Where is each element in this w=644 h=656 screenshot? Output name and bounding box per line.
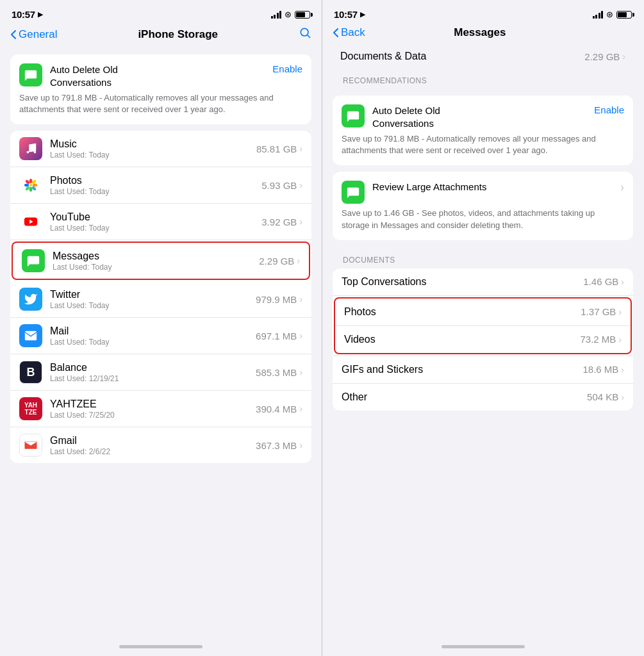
right-rec-card-1: Auto Delete OldConversations Enable Save…: [333, 95, 633, 165]
left-rec-title-row: Auto Delete OldConversations Enable: [50, 63, 302, 88]
left-chevron-left-icon: [10, 29, 17, 40]
right-rec1-enable-button[interactable]: Enable: [594, 104, 624, 115]
music-sub: Last Used: Today: [50, 151, 249, 160]
gmail-size: 367.3 MB: [256, 440, 297, 451]
right-chevron-left-icon: [333, 28, 339, 38]
left-rec-enable-button[interactable]: Enable: [272, 63, 302, 74]
doc-other-info: Other: [342, 391, 579, 403]
left-wifi-icon: ⊛: [285, 10, 292, 19]
left-home-indicator: [0, 637, 322, 656]
left-rec-title: Auto Delete OldConversations: [50, 63, 118, 88]
youtube-app-icon: [19, 210, 42, 233]
docs-data-row[interactable]: Documents & Data 2.29 GB ›: [340, 51, 625, 62]
list-item-mail[interactable]: Mail Last Used: Today 697.1 MB ›: [10, 318, 311, 354]
doc-photos[interactable]: Photos 1.37 GB ›: [335, 299, 631, 326]
youtube-info: YouTube Last Used: Today: [50, 211, 254, 233]
list-item-balance[interactable]: B Balance Last Used: 12/19/21 585.3 MB ›: [10, 354, 311, 391]
right-messages-bubble2-icon: [346, 185, 360, 199]
right-rec2-title-row: Review Large Attachments ›: [372, 181, 624, 194]
music-size: 85.81 GB: [256, 144, 297, 154]
list-item-music[interactable]: Music Last Used: Today 85.81 GB ›: [10, 131, 311, 167]
doc-gifs-name: GIFs and Stickers: [342, 364, 575, 375]
mail-name: Mail: [50, 325, 248, 337]
docs-data-label: Documents & Data: [340, 51, 426, 62]
documents-label: DOCUMENTS: [322, 247, 643, 268]
gmail-letter-icon: [24, 438, 38, 452]
top-conv-info: Top Conversations: [342, 276, 575, 288]
doc-videos[interactable]: Videos 73.2 MB ›: [335, 326, 631, 353]
balance-size: 585.3 MB: [256, 367, 297, 378]
right-time: 10:57: [334, 9, 358, 20]
list-item-twitter[interactable]: Twitter Last Used: Today 979.9 MB ›: [10, 281, 311, 318]
top-conv-size: 1.46 GB: [583, 276, 618, 287]
right-back-button[interactable]: Back: [333, 26, 365, 39]
right-rec2-icon: [342, 181, 365, 204]
list-item-gmail[interactable]: Gmail Last Used: 2/6/22 367.3 MB ›: [10, 427, 311, 463]
svg-point-2: [29, 179, 33, 183]
left-rec-messages-icon: [19, 63, 42, 86]
music-note-icon: [24, 142, 38, 156]
left-home-bar: [119, 645, 202, 648]
top-conv-chevron-icon: ›: [621, 277, 624, 287]
svg-point-3: [29, 187, 33, 192]
right-rec2-text: Review Large Attachments ›: [372, 181, 624, 194]
mail-chevron-icon: ›: [299, 331, 302, 341]
doc-gifs-size: 18.6 MB: [582, 364, 618, 375]
mail-app-icon: [19, 324, 42, 347]
twitter-sub: Last Used: Today: [50, 301, 248, 310]
docs-data-chevron-icon: ›: [622, 51, 625, 62]
docs-data-right: 2.29 GB ›: [584, 51, 625, 62]
left-panel: 10:57 ▶ ⊛ General iPhone Storage: [0, 0, 322, 656]
right-home-indicator: [322, 637, 643, 656]
doc-videos-info: Videos: [344, 334, 572, 345]
doc-gifs-right: 18.6 MB ›: [582, 364, 624, 375]
right-status-icons: ⊛: [593, 10, 632, 19]
right-rec2-chevron-icon: ›: [620, 181, 624, 194]
right-rec2-header: Review Large Attachments ›: [342, 181, 624, 204]
list-item-messages[interactable]: Messages Last Used: Today 2.29 GB ›: [12, 242, 310, 280]
messages-chevron-icon: ›: [297, 256, 300, 266]
doc-other[interactable]: Other 504 KB ›: [333, 384, 633, 411]
balance-letter-icon: B: [27, 366, 35, 379]
twitter-bird-icon: [24, 292, 38, 306]
docs-data-size: 2.29 GB: [584, 51, 620, 62]
messages-right: 2.29 GB ›: [259, 256, 300, 266]
right-rec1-desc: Save up to 791.8 MB - Automatically remo…: [342, 133, 624, 156]
twitter-app-icon: [19, 288, 42, 311]
right-rec2-desc: Save up to 1.46 GB - See photos, videos,…: [342, 208, 624, 231]
left-battery-icon: [295, 11, 310, 19]
doc-other-name: Other: [342, 391, 579, 403]
twitter-chevron-icon: ›: [299, 294, 302, 304]
balance-sub: Last Used: 12/19/21: [50, 374, 248, 383]
left-back-button[interactable]: General: [10, 28, 57, 41]
yahtzee-size: 390.4 MB: [256, 404, 297, 414]
left-rec-card: Auto Delete OldConversations Enable Save…: [10, 54, 311, 124]
music-info: Music Last Used: Today: [50, 138, 249, 160]
doc-photos-size: 1.37 GB: [581, 306, 616, 317]
messages-info: Messages Last Used: Today: [53, 250, 251, 272]
music-right: 85.81 GB ›: [256, 144, 302, 154]
photos-chevron-icon: ›: [299, 180, 302, 190]
yahtzee-info: YAHTZEE Last Used: 7/25/20: [50, 398, 248, 420]
gmail-chevron-icon: ›: [299, 440, 302, 450]
photos-flower-icon: [24, 178, 38, 192]
messages-name: Messages: [53, 250, 251, 262]
right-nav-bar: Back Messages: [322, 24, 643, 44]
left-search-button[interactable]: [299, 26, 311, 43]
list-item-yahtzee[interactable]: YAHTZE YAHTZEE Last Used: 7/25/20 390.4 …: [10, 391, 311, 427]
balance-chevron-icon: ›: [299, 367, 302, 377]
balance-app-icon: B: [19, 361, 42, 384]
music-app-icon: [19, 137, 42, 160]
left-location-icon: ▶: [38, 10, 43, 19]
twitter-size: 979.9 MB: [256, 294, 297, 305]
list-item-youtube[interactable]: YouTube Last Used: Today 3.92 GB ›: [10, 204, 311, 240]
list-item-photos[interactable]: Photos Last Used: Today 5.93 GB ›: [10, 167, 311, 204]
doc-top-conversations[interactable]: Top Conversations 1.46 GB ›: [333, 268, 633, 296]
doc-photos-name: Photos: [344, 306, 573, 318]
recommendations-label: RECOMMENDATIONS: [322, 67, 643, 89]
photos-name: Photos: [50, 175, 254, 186]
music-name: Music: [50, 138, 249, 150]
youtube-right: 3.92 GB ›: [261, 217, 302, 227]
yahtzee-chevron-icon: ›: [299, 404, 302, 414]
doc-gifs[interactable]: GIFs and Stickers 18.6 MB ›: [333, 356, 633, 384]
